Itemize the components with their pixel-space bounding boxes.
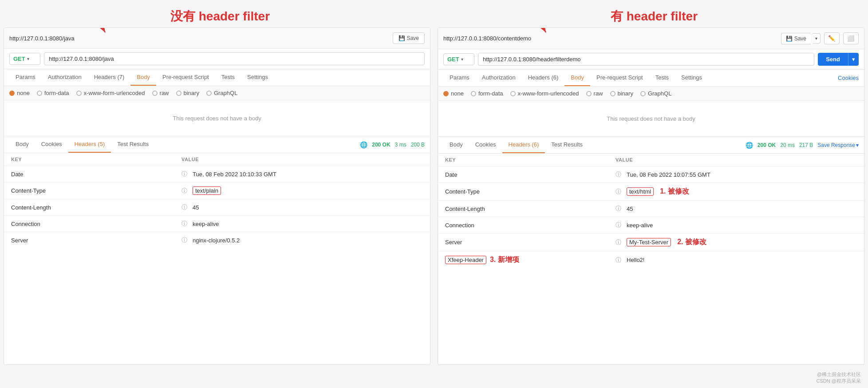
right-cookies-link[interactable]: Cookies: [838, 70, 859, 86]
right-request-tabs: Params Authorization Headers (6) Body Pr…: [438, 70, 864, 87]
left-radio-binary-dot: [176, 91, 181, 96]
right-url-input[interactable]: [478, 53, 814, 66]
right-tab-settings[interactable]: Settings: [675, 70, 708, 86]
left-col-key: KEY: [4, 153, 174, 166]
right-table-row: ServerⓘMy-Test-Server2. 被修改: [438, 234, 864, 251]
right-headers-section: KEY VALUE DateⓘTue, 08 Feb 2022 10:07:55…: [438, 154, 864, 269]
right-tab-body[interactable]: Body: [564, 70, 590, 86]
footer: @稀土掘金技术社区 CSDN @程序员呆呆: [0, 368, 868, 388]
right-header-val-4: ⓘMy-Test-Server2. 被修改: [608, 234, 864, 251]
left-body-urlencoded[interactable]: x-www-form-urlencoded: [76, 90, 145, 96]
right-resp-tab-body[interactable]: Body: [443, 137, 469, 153]
left-response-tabs: Body Cookies Headers (5) Test Results 🌐 …: [4, 136, 430, 153]
right-body-type-row: none form-data x-www-form-urlencoded raw…: [438, 87, 864, 101]
right-tab-params[interactable]: Params: [443, 70, 476, 86]
left-method-select[interactable]: GET ▾: [9, 53, 40, 65]
left-body-formdata[interactable]: form-data: [37, 90, 69, 96]
info-icon-right-2[interactable]: ⓘ: [615, 205, 621, 213]
right-method-select[interactable]: GET ▾: [443, 53, 474, 65]
info-icon-right-1[interactable]: ⓘ: [615, 188, 621, 196]
right-tab-prerequest[interactable]: Pre-request Script: [590, 70, 649, 86]
left-save-button[interactable]: 💾 Save: [393, 32, 425, 44]
right-body-binary[interactable]: binary: [610, 90, 633, 97]
right-save-arrow-button[interactable]: ▾: [813, 33, 821, 44]
left-tab-prerequest[interactable]: Pre-request Script: [156, 69, 215, 86]
right-tab-headers[interactable]: Headers (6): [522, 70, 565, 86]
left-url-input[interactable]: [44, 52, 425, 65]
right-send-group: Send ▾: [818, 53, 859, 66]
right-tab-tests[interactable]: Tests: [649, 70, 675, 86]
left-resp-tab-headers[interactable]: Headers (5): [68, 136, 111, 153]
right-save-response-btn[interactable]: Save Response ▾: [817, 142, 859, 148]
right-header-key-5: Xfeep-Header3. 新增项: [438, 251, 608, 269]
right-headers-table: KEY VALUE DateⓘTue, 08 Feb 2022 10:07:55…: [438, 154, 864, 269]
right-body-none[interactable]: none: [443, 90, 464, 97]
left-body-binary[interactable]: binary: [176, 90, 199, 96]
left-tab-params[interactable]: Params: [9, 69, 42, 86]
right-body-formdata[interactable]: form-data: [471, 90, 503, 97]
info-icon-left-2[interactable]: ⓘ: [181, 203, 187, 211]
left-body-type-row: none form-data x-www-form-urlencoded raw…: [4, 86, 430, 100]
left-tab-tests[interactable]: Tests: [215, 69, 241, 86]
left-resp-tab-testresults[interactable]: Test Results: [111, 136, 155, 153]
right-status-ok: 200 OK: [758, 142, 776, 148]
right-status-time: 20 ms: [780, 142, 795, 148]
right-send-button[interactable]: Send: [818, 53, 848, 66]
right-resp-tab-testresults[interactable]: Test Results: [545, 137, 589, 153]
right-header-key-2: Content-Length: [438, 201, 608, 217]
right-resp-tab-headers[interactable]: Headers (6): [502, 137, 545, 153]
left-resp-tab-cookies[interactable]: Cookies: [35, 136, 68, 153]
left-radio-raw-dot: [152, 91, 158, 96]
info-icon-right-5[interactable]: ⓘ: [615, 256, 621, 264]
right-url-text: http://127.0.0.1:8080/contentdemo: [443, 35, 777, 42]
left-tab-settings[interactable]: Settings: [241, 69, 274, 86]
info-icon-right-0[interactable]: ⓘ: [615, 170, 621, 178]
right-no-body-msg: This request does not have a body: [438, 101, 864, 136]
left-body-none[interactable]: none: [9, 90, 30, 96]
info-icon-left-4[interactable]: ⓘ: [181, 236, 187, 244]
right-radio-formdata-dot: [471, 91, 476, 96]
right-send-arrow-button[interactable]: ▾: [848, 53, 859, 66]
right-response-status: 🌐 200 OK 20 ms 217 B Save Response ▾: [746, 142, 859, 149]
right-tab-authorization[interactable]: Authorization: [476, 70, 522, 86]
right-header-key-0: Date: [438, 166, 608, 183]
left-header-val-0: ⓘTue, 08 Feb 2022 10:10:33 GMT: [174, 166, 430, 182]
left-body-raw[interactable]: raw: [152, 90, 169, 96]
right-resp-tab-cookies[interactable]: Cookies: [469, 137, 502, 153]
left-tab-authorization[interactable]: Authorization: [42, 69, 88, 86]
left-request-bar: GET ▾: [4, 49, 430, 69]
right-table-row: Xfeep-Header3. 新增项ⓘHello2!: [438, 251, 864, 269]
footer-line2: CSDN @程序员呆呆: [0, 378, 861, 384]
left-resp-tab-body[interactable]: Body: [9, 136, 35, 153]
right-save-button[interactable]: 💾 Save: [781, 33, 811, 44]
right-edit-button[interactable]: ✏️: [824, 32, 840, 44]
right-body-raw[interactable]: raw: [586, 90, 603, 97]
right-col-key: KEY: [438, 154, 608, 166]
left-body-graphql[interactable]: GraphQL: [206, 90, 237, 96]
right-radio-raw-dot: [586, 91, 592, 96]
left-header-key-1: Content-Type: [4, 182, 174, 199]
info-icon-left-0[interactable]: ⓘ: [181, 170, 187, 178]
left-header-val-2: ⓘ45: [174, 199, 430, 216]
right-header-key-1: Content-Type: [438, 183, 608, 201]
right-col-value: VALUE: [608, 154, 864, 166]
right-body-urlencoded[interactable]: x-www-form-urlencoded: [510, 90, 579, 97]
right-extra-button[interactable]: ⬜: [843, 32, 859, 44]
info-icon-left-1[interactable]: ⓘ: [181, 187, 187, 195]
info-icon-right-3[interactable]: ⓘ: [615, 221, 621, 229]
info-icon-left-3[interactable]: ⓘ: [181, 220, 187, 228]
left-radio-none-dot: [9, 91, 15, 96]
right-body-graphql[interactable]: GraphQL: [640, 90, 671, 97]
left-tab-body[interactable]: Body: [130, 69, 156, 86]
left-radio-graphql-dot: [206, 91, 212, 96]
right-radio-binary-dot: [610, 91, 615, 96]
footer-line1: @稀土掘金技术社区: [0, 371, 861, 378]
left-no-body-msg: This request does not have a body: [4, 100, 430, 136]
left-header-key-3: Connection: [4, 216, 174, 232]
save-icon-right: 💾: [786, 36, 793, 42]
info-icon-right-4[interactable]: ⓘ: [615, 238, 621, 246]
right-table-row: Content-Typeⓘtext/html1. 被修改: [438, 183, 864, 201]
left-tab-headers[interactable]: Headers (7): [88, 69, 131, 86]
right-save-group: 💾 Save ▾: [781, 33, 821, 44]
left-header-key-4: Server: [4, 232, 174, 249]
